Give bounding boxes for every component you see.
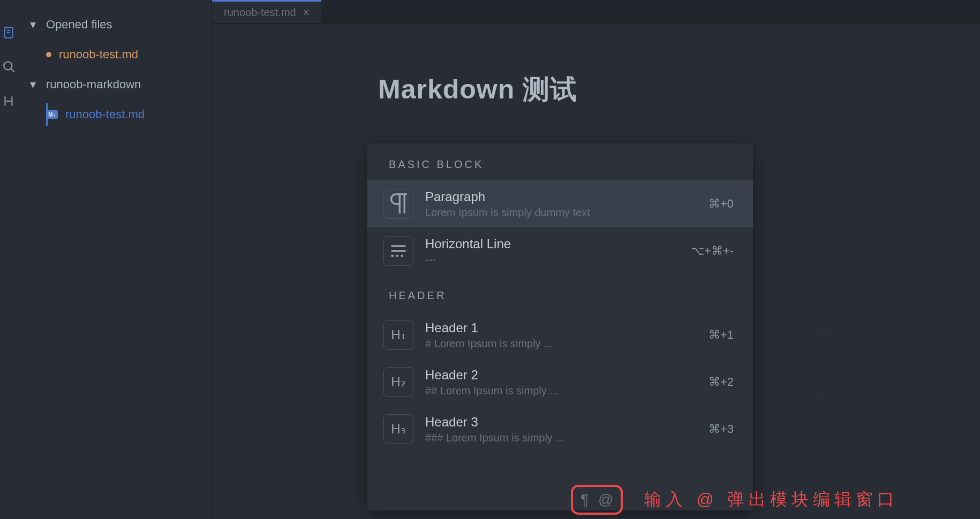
popup-section-title: BASIC BLOCK — [367, 143, 753, 180]
at-tool-icon[interactable]: @ — [598, 491, 613, 508]
popup-item-shortcut: ⌘+3 — [708, 422, 734, 436]
main-area: runoob-test.md ✕ Markdown 测试 BASIC BLOCK… — [212, 0, 980, 519]
annotation-text: 输入 @ 弹出模块编辑窗口 — [644, 488, 898, 512]
active-indicator — [46, 103, 48, 126]
popup-item-header-1[interactable]: H₁ Header 1 # Lorem Ipsum is simply ... … — [367, 311, 753, 358]
popup-item-title: Horizontal Line — [425, 236, 679, 251]
activity-rail — [0, 0, 18, 519]
folder-section[interactable]: ▾ runoob-markdown — [18, 70, 212, 100]
h1-icon: H₁ — [383, 320, 413, 350]
chevron-down-icon: ▾ — [30, 18, 39, 32]
close-icon[interactable]: ✕ — [303, 7, 310, 18]
paragraph-icon — [383, 189, 413, 219]
sidebar: ▾ Opened files runoob-test.md ▾ runoob-m… — [18, 0, 212, 519]
popup-item-title: Header 3 — [425, 415, 697, 430]
popup-item-desc: --- — [425, 254, 679, 266]
popup-item-desc: ### Lorem Ipsum is simply ... — [425, 432, 697, 444]
popup-item-horizontal-line[interactable]: Horizontal Line --- ⌥+⌘+- — [367, 227, 753, 274]
heading-icon[interactable] — [2, 94, 16, 108]
popup-item-title: Header 2 — [425, 368, 697, 383]
svg-point-3 — [4, 62, 12, 70]
popup-item-title: Paragraph — [425, 189, 697, 204]
tab[interactable]: runoob-test.md ✕ — [212, 0, 321, 23]
popup-item-desc: Lorem Ipsum is simply dummy text — [425, 207, 697, 219]
files-icon[interactable] — [2, 26, 16, 40]
block-picker-popup: BASIC BLOCK Paragraph Lorem Ipsum is sim… — [367, 143, 753, 510]
popup-item-title: Header 1 — [425, 320, 697, 335]
editor[interactable]: Markdown 测试 BASIC BLOCK Paragraph Lorem … — [212, 24, 980, 519]
background-lines — [819, 238, 819, 505]
popup-item-desc: ## Lorem Ipsum is simply ... — [425, 385, 697, 397]
tab-bar: runoob-test.md ✕ — [212, 0, 980, 24]
popup-item-shortcut: ⌘+2 — [708, 375, 734, 389]
opened-files-section[interactable]: ▾ Opened files — [18, 10, 212, 40]
opened-files-label: Opened files — [46, 18, 112, 32]
h2-icon: H₂ — [383, 367, 413, 397]
popup-item-shortcut: ⌘+1 — [708, 328, 734, 342]
document-title: Markdown 测试 — [378, 72, 980, 108]
horizontal-line-icon — [383, 236, 413, 266]
popup-item-desc: # Lorem Ipsum is simply ... — [425, 338, 697, 350]
popup-item-header-3[interactable]: H₃ Header 3 ### Lorem Ipsum is simply ..… — [367, 406, 753, 453]
modified-dot-icon — [46, 52, 51, 57]
h3-icon: H₃ — [383, 414, 413, 444]
popup-item-paragraph[interactable]: Paragraph Lorem Ipsum is simply dummy te… — [367, 180, 753, 227]
popup-item-shortcut: ⌘+0 — [708, 197, 734, 211]
popup-item-shortcut: ⌥+⌘+- — [691, 244, 734, 258]
popup-section-title: HEADER — [367, 274, 753, 311]
popup-item-header-2[interactable]: H₂ Header 2 ## Lorem Ipsum is simply ...… — [367, 358, 753, 406]
search-icon[interactable] — [2, 60, 16, 74]
folder-file-item[interactable]: M↓ runoob-test.md — [18, 100, 212, 129]
annotation-highlight-box: ¶ @ — [571, 485, 623, 515]
markdown-badge-icon: M↓ — [46, 110, 58, 119]
paragraph-tool-icon[interactable]: ¶ — [581, 491, 589, 508]
svg-line-4 — [11, 68, 14, 72]
opened-file-name: runoob-test.md — [59, 48, 138, 62]
folder-file-name: runoob-test.md — [65, 108, 145, 121]
tab-label: runoob-test.md — [224, 6, 296, 19]
opened-file-item[interactable]: runoob-test.md — [18, 40, 212, 70]
chevron-down-icon: ▾ — [30, 78, 39, 91]
bottom-annotation-row: ¶ @ 输入 @ 弹出模块编辑窗口 — [571, 485, 899, 515]
folder-label: runoob-markdown — [46, 78, 141, 91]
